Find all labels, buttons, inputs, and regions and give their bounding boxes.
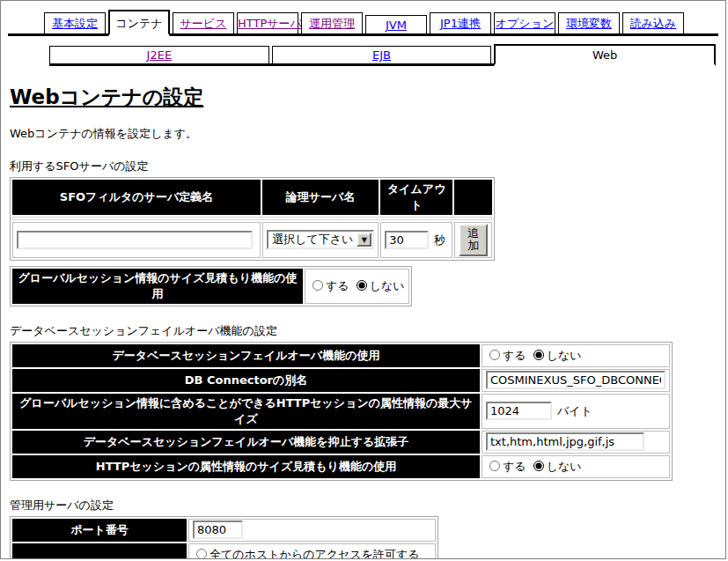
tab-ejb[interactable]: EJB (272, 46, 492, 63)
tab-ejb-link[interactable]: EJB (372, 48, 391, 62)
http-session-estimate-label: HTTPセッションの属性情報のサイズ見積もり機能の使用 (12, 455, 480, 478)
suppress-extensions-input[interactable] (486, 432, 644, 451)
tab-env-vars-link[interactable]: 環境変数 (566, 17, 612, 30)
tab-container[interactable]: コンテナ (108, 10, 170, 36)
tab-container-label: コンテナ (115, 17, 162, 30)
logical-server-select[interactable]: 選択して下さい ▼ (267, 230, 374, 249)
main-tab-bar: 基本設定 コンテナ サービス HTTPサーバ 運用管理 JVM JP1連携 オプ… (8, 10, 718, 36)
global-session-estimate-row: グローバルセッション情報のサイズ見積もり機能の使用 する しない (12, 269, 409, 304)
tab-service[interactable]: サービス (173, 12, 234, 33)
tab-jvm[interactable]: JVM (365, 15, 427, 33)
timeout-input[interactable] (385, 231, 429, 249)
tab-basic-settings[interactable]: 基本設定 (44, 12, 106, 33)
sfo-input-row: 選択して下さい ▼ 秒 追加 (12, 222, 492, 258)
http-session-estimate-yes-label[interactable]: する (503, 460, 526, 473)
http-session-estimate-row: HTTPセッションの属性情報のサイズ見積もり機能の使用 する しない (12, 455, 670, 478)
sfo-server-table: SFOフィルタのサーバ定義名 論理サーバ名 タイムアウト 選択して下さい ▼ 秒… (10, 177, 495, 261)
tab-jp1-link[interactable]: JP1連携 (430, 12, 491, 33)
session-max-size-unit-label: バイト (557, 404, 592, 417)
global-session-estimate-table: グローバルセッション情報のサイズ見積もり機能の使用 する しない (10, 266, 412, 306)
tab-http-server-link[interactable]: HTTPサーバ (238, 17, 302, 30)
http-session-estimate-no-label[interactable]: しない (547, 460, 582, 473)
port-number-label: ポート番号 (12, 519, 187, 542)
tab-load-link[interactable]: 読み込み (630, 17, 677, 30)
sfo-header-logical-server: 論理サーバ名 (262, 180, 379, 215)
page-frame: 基本設定 コンテナ サービス HTTPサーバ 運用管理 JVM JP1連携 オプ… (0, 0, 726, 559)
tab-option[interactable]: オプション (494, 12, 555, 33)
sfo-header-action (454, 180, 492, 215)
global-session-estimate-radio-yes[interactable] (313, 280, 323, 291)
db-connector-row: DB Connectorの別名 (12, 369, 670, 392)
db-failover-use-radio-yes[interactable] (489, 350, 500, 360)
tab-env-vars[interactable]: 環境変数 (558, 12, 620, 33)
db-failover-table: データベースセッションフェイルオーバ機能の使用 する しない DB Connec… (10, 342, 673, 481)
session-max-size-row: グローバルセッション情報に含めることができるHTTPセッションの属性情報の最大サ… (12, 394, 670, 429)
sfo-section-title: 利用するSFOサーバの設定 (10, 159, 725, 174)
allowed-hosts-label: アクセスを許可するホストの定義 (12, 543, 187, 559)
tab-service-link[interactable]: サービス (180, 17, 227, 30)
admin-server-table: ポート番号 アクセスを許可するホストの定義 全てのホストからのアクセスを許可する… (10, 516, 438, 559)
suppress-extensions-row: データベースセッションフェイルオーバ機能を抑止する拡張子 (12, 431, 670, 454)
tab-option-link[interactable]: オプション (496, 17, 555, 30)
tab-http-server[interactable]: HTTPサーバ (237, 12, 298, 33)
sfo-add-button[interactable]: 追加 (459, 224, 488, 256)
db-connector-input[interactable] (486, 371, 665, 389)
db-failover-use-no-label[interactable]: しない (547, 349, 582, 362)
db-failover-section-title: データベースセッションフェイルオーバ機能の設定 (10, 323, 725, 339)
db-failover-use-yes-label[interactable]: する (503, 349, 526, 362)
sub-tab-bar: J2EE EJB Web (49, 44, 716, 66)
tab-operation-management[interactable]: 運用管理 (301, 12, 363, 33)
sfo-header-row: SFOフィルタのサーバ定義名 論理サーバ名 タイムアウト (12, 180, 492, 215)
tab-load[interactable]: 読み込み (622, 12, 684, 33)
page-title: Webコンテナの設定 (10, 84, 725, 111)
allow-all-hosts-radio[interactable] (196, 549, 207, 559)
select-dropdown-arrow-icon[interactable]: ▼ (357, 233, 371, 247)
allow-all-hosts-label[interactable]: 全てのホストからのアクセスを許可する (210, 548, 420, 559)
http-session-estimate-radio-yes[interactable] (489, 461, 500, 471)
sfo-header-timeout: タイムアウト (380, 180, 452, 215)
db-failover-use-radio-no[interactable] (533, 350, 544, 360)
tab-operation-management-link[interactable]: 運用管理 (309, 17, 355, 30)
page-description: Webコンテナの情報を設定します。 (10, 126, 725, 142)
suppress-extensions-label: データベースセッションフェイルオーバ機能を抑止する拡張子 (12, 431, 480, 454)
port-number-input[interactable] (193, 520, 243, 539)
allowed-hosts-row: アクセスを許可するホストの定義 全てのホストからのアクセスを許可する 次のホスト… (12, 543, 436, 559)
tab-web-label: Web (592, 48, 617, 62)
tab-web[interactable]: Web (494, 44, 716, 66)
global-session-estimate-no-label[interactable]: しない (370, 279, 405, 292)
db-connector-label: DB Connectorの別名 (12, 369, 480, 392)
tab-basic-settings-link[interactable]: 基本設定 (52, 17, 98, 30)
global-session-estimate-yes-label[interactable]: する (326, 279, 349, 292)
global-session-estimate-label: グローバルセッション情報のサイズ見積もり機能の使用 (12, 269, 303, 304)
sfo-empty-list-row (12, 217, 492, 220)
tab-jp1-link-link[interactable]: JP1連携 (440, 17, 481, 30)
sfo-header-server-def: SFOフィルタのサーバ定義名 (12, 180, 261, 215)
db-failover-use-row: データベースセッションフェイルオーバ機能の使用 する しない (12, 344, 670, 367)
sfo-server-def-input[interactable] (17, 231, 253, 249)
port-number-row: ポート番号 (12, 519, 436, 542)
db-failover-use-label: データベースセッションフェイルオーバ機能の使用 (12, 344, 480, 367)
http-session-estimate-radio-no[interactable] (533, 461, 544, 471)
logical-server-selected-value: 選択して下さい (268, 232, 357, 247)
admin-server-section-title: 管理用サーバの設定 (10, 498, 725, 513)
tab-j2ee-link[interactable]: J2EE (147, 48, 173, 62)
tab-jvm-link[interactable]: JVM (386, 18, 407, 32)
tab-j2ee[interactable]: J2EE (49, 46, 269, 63)
global-session-estimate-radio-no[interactable] (357, 280, 367, 291)
timeout-unit-label: 秒 (434, 233, 445, 247)
session-max-size-label: グローバルセッション情報に含めることができるHTTPセッションの属性情報の最大サ… (12, 394, 480, 429)
session-max-size-input[interactable] (486, 402, 552, 420)
